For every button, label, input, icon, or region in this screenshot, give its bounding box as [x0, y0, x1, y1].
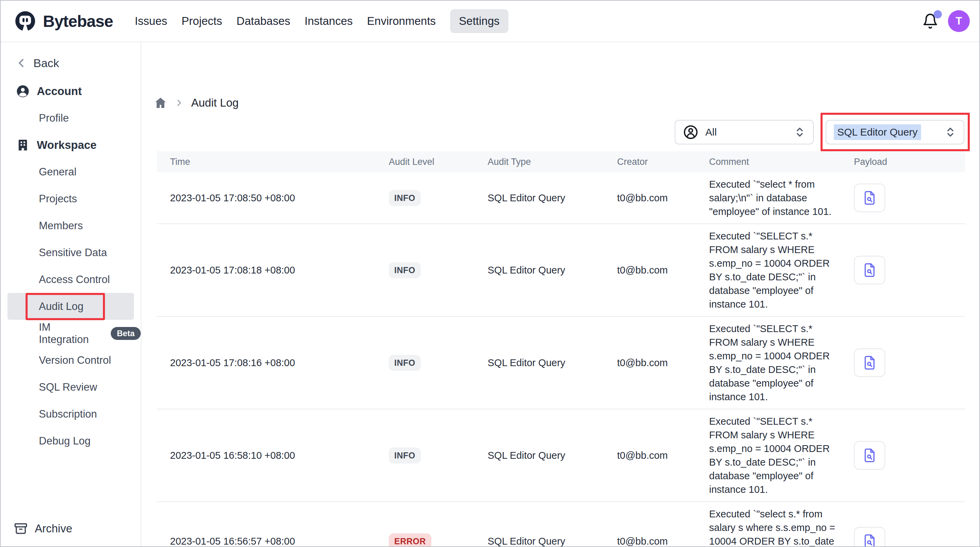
- cell-comment: Executed `"SELECT s.* FROM salary s WHER…: [709, 415, 854, 496]
- sidebar-item-access-control[interactable]: Access Control: [1, 266, 141, 293]
- nav-item-instances[interactable]: Instances: [305, 9, 353, 33]
- brand-name: Bytebase: [43, 12, 113, 31]
- top-navigation-bar: Bytebase Issues Projects Databases Insta…: [1, 1, 979, 42]
- cell-audit-level: INFO: [389, 190, 488, 206]
- chevrons-up-down-icon: [794, 126, 805, 138]
- chevrons-up-down-icon: [945, 126, 956, 138]
- cell-creator: t0@bb.com: [617, 265, 709, 276]
- bytebase-logo[interactable]: Bytebase: [14, 10, 113, 32]
- user-avatar[interactable]: T: [948, 10, 970, 32]
- section-label-workspace: Workspace: [37, 138, 96, 151]
- nav-item-environments[interactable]: Environments: [367, 9, 436, 33]
- notifications-button[interactable]: [921, 12, 939, 30]
- sidebar-item-version-control[interactable]: Version Control: [1, 347, 141, 374]
- section-label-account: Account: [37, 85, 82, 98]
- nav-item-projects[interactable]: Projects: [181, 9, 222, 33]
- sidebar-item-general[interactable]: General: [1, 158, 141, 185]
- table-row: 2023-01-05 16:58:10 +08:00 INFO SQL Edit…: [157, 409, 965, 502]
- table-row: 2023-01-05 17:08:50 +08:00 INFO SQL Edit…: [157, 172, 965, 224]
- archive-button[interactable]: Archive: [1, 518, 72, 539]
- sidebar-item-im-integration[interactable]: IM Integration Beta: [1, 320, 141, 347]
- sidebar-item-members[interactable]: Members: [1, 212, 141, 239]
- cell-creator: t0@bb.com: [617, 536, 709, 547]
- payload-view-button[interactable]: [854, 348, 885, 377]
- cell-time: 2023-01-05 17:08:18 +08:00: [157, 265, 389, 276]
- beta-badge: Beta: [111, 327, 141, 340]
- sidebar-item-profile[interactable]: Profile: [1, 105, 141, 132]
- cell-comment: Executed `"select * from salary;\n"` in …: [709, 177, 854, 218]
- cell-time: 2023-01-05 16:56:57 +08:00: [157, 536, 389, 547]
- cell-comment: Executed `"SELECT s.* FROM salary s WHER…: [709, 229, 854, 311]
- payload-view-button[interactable]: [854, 256, 885, 285]
- cell-payload: [854, 527, 965, 547]
- main-nav: Issues Projects Databases Instances Envi…: [135, 9, 508, 33]
- cell-payload: [854, 256, 965, 285]
- cell-audit-type: SQL Editor Query: [488, 192, 617, 204]
- archive-label: Archive: [35, 522, 72, 535]
- file-search-icon: [862, 355, 877, 370]
- notification-dot: [934, 10, 942, 18]
- audit-level-badge: INFO: [389, 262, 421, 278]
- table-body: 2023-01-05 17:08:50 +08:00 INFO SQL Edit…: [157, 172, 965, 547]
- breadcrumb-page-label: Audit Log: [191, 96, 239, 109]
- audit-type-filter-dropdown[interactable]: SQL Editor Query: [826, 120, 964, 145]
- cell-creator: t0@bb.com: [617, 450, 709, 461]
- creator-filter-dropdown[interactable]: All: [675, 120, 814, 145]
- type-filter-wrapper: SQL Editor Query: [826, 120, 964, 145]
- cell-time: 2023-01-05 17:08:16 +08:00: [157, 357, 389, 369]
- sidebar-item-projects[interactable]: Projects: [1, 185, 141, 212]
- audit-level-badge: INFO: [389, 448, 421, 464]
- breadcrumb: Audit Log: [154, 96, 239, 110]
- chevron-right-icon: [174, 98, 185, 108]
- table-row: 2023-01-05 16:56:57 +08:00 ERROR SQL Edi…: [157, 502, 965, 547]
- filter-row: All SQL Editor Query: [675, 120, 964, 145]
- back-button[interactable]: Back: [1, 51, 141, 75]
- cell-payload: [854, 441, 965, 470]
- creator-filter-value: All: [705, 126, 717, 138]
- file-search-icon: [862, 448, 877, 463]
- cell-audit-level: INFO: [389, 448, 488, 464]
- sidebar-menu: Account Profile Workspace General P: [1, 78, 141, 454]
- sidebar-item-sql-review[interactable]: SQL Review: [1, 374, 141, 401]
- cell-audit-level: INFO: [389, 355, 488, 371]
- column-header-comment: Comment: [709, 157, 854, 167]
- cell-time: 2023-01-05 17:08:50 +08:00: [157, 192, 389, 204]
- file-search-icon: [862, 262, 877, 278]
- cell-audit-level: INFO: [389, 262, 488, 278]
- user-circle-icon: [16, 84, 30, 99]
- payload-view-button[interactable]: [854, 441, 885, 470]
- sidebar-section-account: Account: [1, 78, 141, 105]
- nav-item-databases[interactable]: Databases: [237, 9, 290, 33]
- settings-sidebar: Back Account Profile: [1, 42, 142, 546]
- nav-right-cluster: T: [921, 10, 970, 32]
- cell-time: 2023-01-05 16:58:10 +08:00: [157, 450, 389, 461]
- home-icon[interactable]: [154, 96, 167, 110]
- audit-level-badge: ERROR: [389, 533, 431, 547]
- payload-view-button[interactable]: [854, 184, 885, 212]
- table-row: 2023-01-05 17:08:16 +08:00 INFO SQL Edit…: [157, 317, 965, 409]
- sidebar-section-workspace: Workspace: [1, 132, 141, 158]
- file-search-icon: [862, 191, 877, 205]
- sidebar-item-sensitive-data[interactable]: Sensitive Data: [1, 239, 141, 266]
- cell-audit-type: SQL Editor Query: [488, 265, 617, 276]
- bytebase-settings-window: Bytebase Issues Projects Databases Insta…: [0, 0, 980, 547]
- cell-audit-type: SQL Editor Query: [488, 357, 617, 369]
- nav-item-issues[interactable]: Issues: [135, 9, 167, 33]
- column-header-audit-type: Audit Type: [488, 157, 617, 167]
- bytebase-mascot-icon: [14, 10, 36, 32]
- cell-comment: Executed `"select s.* from salary s wher…: [709, 507, 854, 547]
- sidebar-item-audit-log[interactable]: Audit Log: [8, 293, 134, 320]
- file-search-icon: [862, 534, 877, 547]
- sidebar-item-debug-log[interactable]: Debug Log: [1, 428, 141, 454]
- cell-payload: [854, 348, 965, 377]
- payload-view-button[interactable]: [854, 527, 885, 547]
- nav-item-settings[interactable]: Settings: [450, 9, 508, 33]
- sidebar-item-subscription[interactable]: Subscription: [1, 401, 141, 428]
- audit-level-badge: INFO: [389, 190, 421, 206]
- cell-audit-type: SQL Editor Query: [488, 536, 617, 547]
- sidebar-item-im-integration-label: IM Integration: [39, 321, 103, 346]
- column-header-time: Time: [157, 157, 389, 167]
- audit-log-table: Time Audit Level Audit Type Creator Comm…: [157, 151, 965, 547]
- cell-creator: t0@bb.com: [617, 357, 709, 369]
- audit-log-page: Audit Log All SQL Editor: [142, 42, 979, 546]
